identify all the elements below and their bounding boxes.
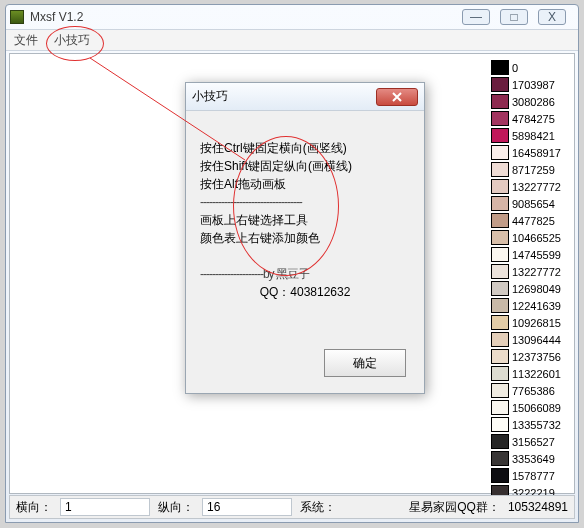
author-line: ---------------------by 黑豆子 (200, 265, 410, 283)
color-swatch[interactable] (491, 162, 509, 177)
color-table[interactable]: 0170398730802864784275589842116458917871… (491, 59, 569, 501)
color-swatch[interactable] (491, 332, 509, 347)
y-input[interactable] (202, 498, 292, 516)
swatch-row[interactable]: 10926815 (491, 314, 569, 331)
color-swatch[interactable] (491, 298, 509, 313)
swatch-row[interactable]: 13096444 (491, 331, 569, 348)
tip-line: 按住Alt拖动画板 (200, 175, 410, 193)
swatch-row[interactable]: 3156527 (491, 433, 569, 450)
swatch-label: 0 (512, 62, 518, 74)
swatch-row[interactable]: 3080286 (491, 93, 569, 110)
x-input[interactable] (60, 498, 150, 516)
color-swatch[interactable] (491, 264, 509, 279)
swatch-row[interactable]: 12373756 (491, 348, 569, 365)
swatch-label: 15066089 (512, 402, 561, 414)
color-swatch[interactable] (491, 213, 509, 228)
x-label: 横向： (16, 499, 52, 516)
swatch-label: 16458917 (512, 147, 561, 159)
window-close-button[interactable]: X (538, 9, 566, 25)
swatch-row[interactable]: 13355732 (491, 416, 569, 433)
color-swatch[interactable] (491, 247, 509, 262)
swatch-row[interactable]: 7765386 (491, 382, 569, 399)
color-swatch[interactable] (491, 281, 509, 296)
color-swatch[interactable] (491, 230, 509, 245)
tip-line: 画板上右键选择工具 (200, 211, 410, 229)
swatch-label: 13355732 (512, 419, 561, 431)
swatch-row[interactable]: 16458917 (491, 144, 569, 161)
color-swatch[interactable] (491, 366, 509, 381)
swatch-row[interactable]: 12241639 (491, 297, 569, 314)
swatch-row[interactable]: 14745599 (491, 246, 569, 263)
color-swatch[interactable] (491, 128, 509, 143)
sys-label: 系统： (300, 499, 336, 516)
swatch-row[interactable]: 8717259 (491, 161, 569, 178)
swatch-label: 14745599 (512, 249, 561, 261)
swatch-row[interactable]: 10466525 (491, 229, 569, 246)
swatch-label: 4477825 (512, 215, 555, 227)
menu-file[interactable]: 文件 (14, 32, 38, 49)
swatch-label: 13096444 (512, 334, 561, 346)
tip-line: 按住Shift键固定纵向(画横线) (200, 157, 410, 175)
swatch-label: 13227772 (512, 181, 561, 193)
color-swatch[interactable] (491, 417, 509, 432)
titlebar[interactable]: Mxsf V1.2 — □ X (6, 5, 578, 29)
color-swatch[interactable] (491, 434, 509, 449)
color-swatch[interactable] (491, 400, 509, 415)
tip-line: 颜色表上右键添加颜色 (200, 229, 410, 247)
dialog-titlebar[interactable]: 小技巧 (186, 83, 424, 111)
swatch-row[interactable]: 11322601 (491, 365, 569, 382)
maximize-button[interactable]: □ (500, 9, 528, 25)
color-swatch[interactable] (491, 383, 509, 398)
close-icon (392, 92, 402, 102)
swatch-row[interactable]: 15066089 (491, 399, 569, 416)
color-swatch[interactable] (491, 60, 509, 75)
y-label: 纵向： (158, 499, 194, 516)
ok-button[interactable]: 确定 (324, 349, 406, 377)
swatch-label: 12241639 (512, 300, 561, 312)
color-swatch[interactable] (491, 315, 509, 330)
swatch-row[interactable]: 4477825 (491, 212, 569, 229)
dialog-close-button[interactable] (376, 88, 418, 106)
color-swatch[interactable] (491, 94, 509, 109)
swatch-label: 13227772 (512, 266, 561, 278)
swatch-label: 10466525 (512, 232, 561, 244)
swatch-label: 5898421 (512, 130, 555, 142)
dialog-body: 按住Ctrl键固定横向(画竖线) 按住Shift键固定纵向(画横线) 按住Alt… (186, 111, 424, 311)
swatch-row[interactable]: 9085654 (491, 195, 569, 212)
swatch-label: 3156527 (512, 436, 555, 448)
swatch-row[interactable]: 1703987 (491, 76, 569, 93)
swatch-label: 3080286 (512, 96, 555, 108)
swatch-row[interactable]: 1578777 (491, 467, 569, 484)
app-icon (10, 10, 24, 24)
qq-line: QQ：403812632 (200, 283, 410, 301)
swatch-row[interactable]: 4784275 (491, 110, 569, 127)
swatch-row[interactable]: 0 (491, 59, 569, 76)
swatch-label: 11322601 (512, 368, 561, 380)
divider: ---------------------------------- (200, 193, 410, 211)
color-swatch[interactable] (491, 196, 509, 211)
swatch-label: 12373756 (512, 351, 561, 363)
color-swatch[interactable] (491, 451, 509, 466)
color-swatch[interactable] (491, 468, 509, 483)
menu-tips[interactable]: 小技巧 (54, 32, 90, 49)
color-swatch[interactable] (491, 179, 509, 194)
tip-line: 按住Ctrl键固定横向(画竖线) (200, 139, 410, 157)
color-swatch[interactable] (491, 77, 509, 92)
menubar: 文件 小技巧 (6, 29, 578, 51)
color-swatch[interactable] (491, 145, 509, 160)
swatch-label: 7765386 (512, 385, 555, 397)
swatch-label: 8717259 (512, 164, 555, 176)
window-title: Mxsf V1.2 (30, 10, 462, 24)
swatch-row[interactable]: 12698049 (491, 280, 569, 297)
swatch-row[interactable]: 13227772 (491, 178, 569, 195)
swatch-row[interactable]: 3353649 (491, 450, 569, 467)
swatch-row[interactable]: 13227772 (491, 263, 569, 280)
color-swatch[interactable] (491, 111, 509, 126)
dialog-title: 小技巧 (192, 88, 376, 105)
swatch-row[interactable]: 5898421 (491, 127, 569, 144)
swatch-label: 1703987 (512, 79, 555, 91)
swatch-label: 4784275 (512, 113, 555, 125)
minimize-button[interactable]: — (462, 9, 490, 25)
color-swatch[interactable] (491, 349, 509, 364)
swatch-label: 1578777 (512, 470, 555, 482)
